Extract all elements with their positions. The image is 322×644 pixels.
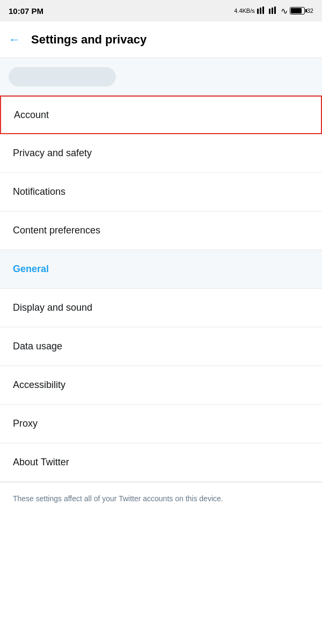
- page-title: Settings and privacy: [31, 33, 147, 47]
- network-icon: [257, 6, 267, 15]
- menu-item-display-sound-label: Display and sound: [13, 302, 92, 313]
- back-button[interactable]: ←: [9, 33, 20, 47]
- back-arrow-icon: ←: [9, 33, 20, 47]
- battery-icon: [290, 7, 305, 14]
- wifi-icon: ∿: [281, 6, 288, 16]
- data-speed: 4.4KB/s: [234, 8, 255, 14]
- search-area: [0, 58, 322, 96]
- footer-note: These settings affect all of your Twitte…: [0, 482, 322, 515]
- menu-item-accessibility-label: Accessibility: [13, 379, 65, 391]
- svg-rect-2: [262, 6, 264, 14]
- status-icons: 4.4KB/s ∿ 32: [234, 6, 313, 16]
- menu-item-proxy-label: Proxy: [13, 418, 38, 429]
- menu-item-content-preferences-label: Content preferences: [13, 225, 100, 236]
- menu-item-notifications-label: Notifications: [13, 186, 65, 197]
- general-section-label: General: [13, 264, 49, 275]
- svg-rect-4: [272, 8, 273, 14]
- menu-item-content-preferences[interactable]: Content preferences: [0, 211, 322, 250]
- menu-item-accessibility[interactable]: Accessibility: [0, 366, 322, 405]
- svg-rect-5: [274, 6, 276, 14]
- menu-item-display-sound[interactable]: Display and sound: [0, 289, 322, 327]
- menu-item-account[interactable]: Account: [0, 96, 322, 134]
- menu-item-about-twitter[interactable]: About Twitter: [0, 443, 322, 482]
- search-bar[interactable]: [9, 67, 116, 86]
- menu-item-privacy-safety[interactable]: Privacy and safety: [0, 134, 322, 173]
- status-time: 10:07 PM: [9, 6, 43, 16]
- general-section-header: General: [0, 250, 322, 289]
- signal-icon-2: [269, 6, 279, 15]
- svg-rect-3: [269, 9, 270, 14]
- battery-level: 32: [307, 8, 313, 14]
- header: ← Settings and privacy: [0, 21, 322, 58]
- menu-item-data-usage[interactable]: Data usage: [0, 327, 322, 366]
- svg-rect-1: [260, 8, 261, 14]
- menu-item-privacy-safety-label: Privacy and safety: [13, 148, 92, 159]
- footer-note-text: These settings affect all of your Twitte…: [13, 494, 223, 503]
- svg-rect-0: [257, 9, 259, 14]
- menu-item-account-label: Account: [14, 109, 49, 121]
- menu-item-data-usage-label: Data usage: [13, 341, 62, 352]
- menu-item-notifications[interactable]: Notifications: [0, 173, 322, 211]
- menu-item-proxy[interactable]: Proxy: [0, 405, 322, 443]
- status-bar: 10:07 PM 4.4KB/s ∿ 32: [0, 0, 322, 21]
- menu-item-about-twitter-label: About Twitter: [13, 457, 69, 468]
